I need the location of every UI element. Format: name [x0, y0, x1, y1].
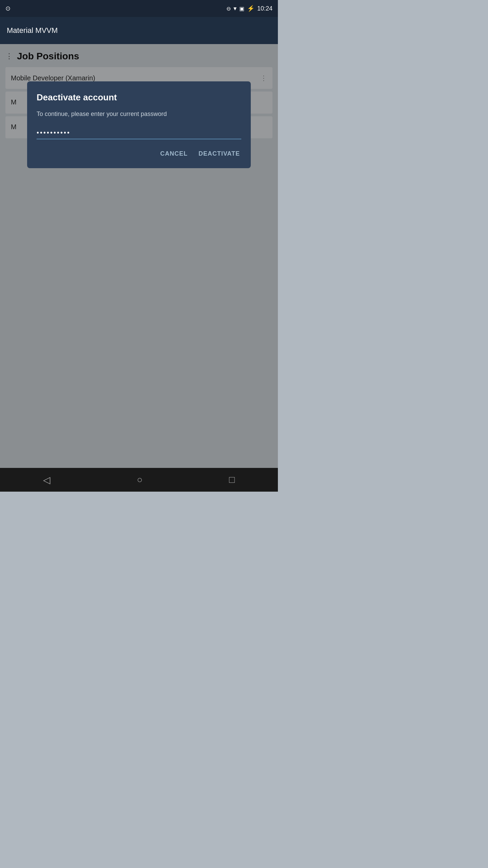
dialog-message: To continue, please enter your current p…	[37, 110, 241, 119]
deactivate-dialog: Deactivate account To continue, please e…	[27, 81, 251, 168]
status-bar: ⊙ ⊖ ▾ ▣ ⚡ 10:24	[0, 0, 278, 17]
password-input-wrapper	[37, 127, 241, 139]
status-bar-left-icons: ⊙	[5, 5, 11, 12]
back-nav-icon[interactable]: ◁	[43, 474, 50, 486]
password-input[interactable]	[37, 127, 241, 139]
status-bar-right-icons: ⊖ ▾ ▣ ⚡ 10:24	[226, 5, 272, 12]
do-not-disturb-icon: ⊖	[226, 5, 231, 12]
spinner-icon: ⊙	[5, 5, 11, 12]
battery-icon: ⚡	[247, 5, 255, 12]
main-content: ⋮ Job Positions Mobile Developer (Xamari…	[0, 44, 278, 468]
dialog-actions: CANCEL DEACTIVATE	[37, 147, 241, 160]
cancel-button[interactable]: CANCEL	[159, 147, 189, 160]
sim-icon: ▣	[239, 5, 244, 12]
nav-bar: ◁ ○ □	[0, 468, 278, 492]
wifi-icon: ▾	[233, 5, 237, 12]
deactivate-button[interactable]: DEACTIVATE	[197, 147, 241, 160]
app-title: Material MVVM	[7, 26, 58, 35]
status-time: 10:24	[257, 5, 272, 12]
home-nav-icon[interactable]: ○	[137, 474, 143, 485]
app-bar: Material MVVM	[0, 17, 278, 44]
dialog-title: Deactivate account	[37, 92, 241, 103]
recents-nav-icon[interactable]: □	[229, 474, 235, 485]
